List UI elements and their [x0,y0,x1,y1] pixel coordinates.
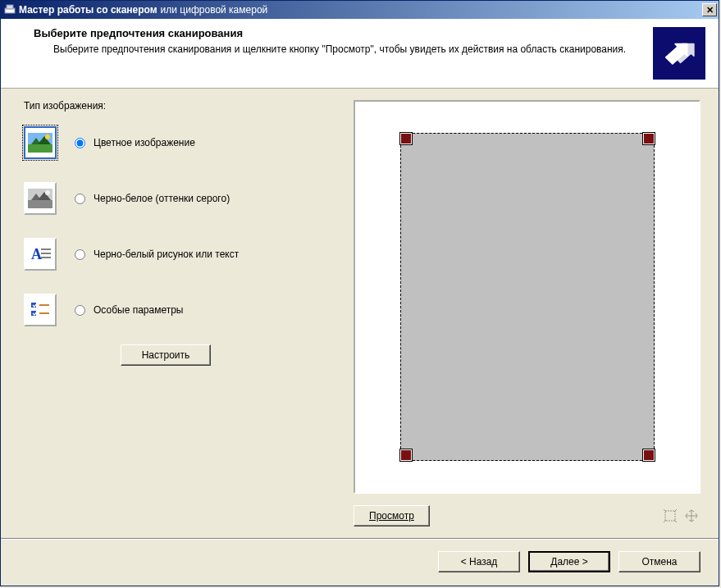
header-description: Выберите предпочтения сканирования и щел… [53,43,643,56]
close-icon: ✕ [706,5,714,16]
radio-gray-label: Черно-белое (оттенки серого) [94,193,230,204]
radio-bw[interactable]: Черно-белый рисунок или текст [75,248,239,260]
cancel-button[interactable]: Отмена [618,551,700,572]
bw-text-icon[interactable]: A [24,238,57,271]
title-rest: или цифровой камерой [161,4,268,16]
radio-gray-input[interactable] [75,194,85,204]
preview-button[interactable]: Просмотр [354,505,430,526]
titlebar: Мастер работы со сканером или цифровой к… [1,1,719,19]
color-image-icon[interactable] [24,126,57,159]
next-button[interactable]: Далее > [528,551,610,572]
custom-settings-icon[interactable] [24,294,57,326]
wizard-window: Мастер работы со сканером или цифровой к… [0,0,719,586]
scanner-hero-icon [653,27,705,80]
radio-gray[interactable]: Черно-белое (оттенки серого) [75,193,230,204]
radio-custom-input[interactable] [75,305,85,316]
preview-selection[interactable] [400,133,655,461]
radio-bw-label: Черно-белый рисунок или текст [94,248,239,260]
preview-panel: Просмотр [354,100,700,526]
radio-bw-input[interactable] [75,249,85,260]
radio-custom[interactable]: Особые параметры [75,304,184,316]
svg-rect-19 [28,299,52,321]
configure-button[interactable]: Настроить [121,344,211,366]
option-gray: Черно-белое (оттенки серого) [24,182,327,215]
svg-rect-9 [28,200,52,208]
back-button[interactable]: < Назад [438,551,520,572]
option-bw: A Черно-белый рисунок или текст [24,238,327,271]
zoom-fill-icon[interactable] [682,507,700,525]
radio-custom-label: Особые параметры [94,304,184,316]
svg-point-7 [45,134,50,139]
handle-bottom-left[interactable] [400,449,412,461]
svg-text:A: A [31,246,42,262]
header: Выберите предпочтения сканирования Выбер… [1,19,719,89]
grayscale-image-icon[interactable] [24,182,57,215]
handle-bottom-right[interactable] [643,449,655,461]
option-color: Цветное изображение [24,126,327,159]
svg-rect-3 [28,144,52,153]
zoom-fit-icon[interactable] [661,507,679,525]
handle-top-right[interactable] [643,133,655,144]
svg-point-13 [45,190,50,195]
footer: < Назад Далее > Отмена [1,540,719,586]
app-icon [4,3,16,17]
radio-color[interactable]: Цветное изображение [75,137,195,148]
radio-color-label: Цветное изображение [94,137,195,148]
option-custom: Особые параметры [24,294,327,326]
preview-controls: Просмотр [354,505,700,526]
content-area: Тип изображения: Цветное изображение Чер… [1,89,719,533]
radio-color-input[interactable] [75,138,85,148]
options-panel: Тип изображения: Цветное изображение Чер… [24,100,327,526]
handle-top-left[interactable] [400,133,412,144]
svg-rect-1 [7,5,13,9]
svg-rect-24 [665,511,675,521]
close-button[interactable]: ✕ [702,3,717,16]
header-title: Выберите предпочтения сканирования [34,27,643,39]
group-label: Тип изображения: [24,100,327,112]
title-strong: Мастер работы со сканером [19,4,157,16]
preview-box [354,100,700,494]
